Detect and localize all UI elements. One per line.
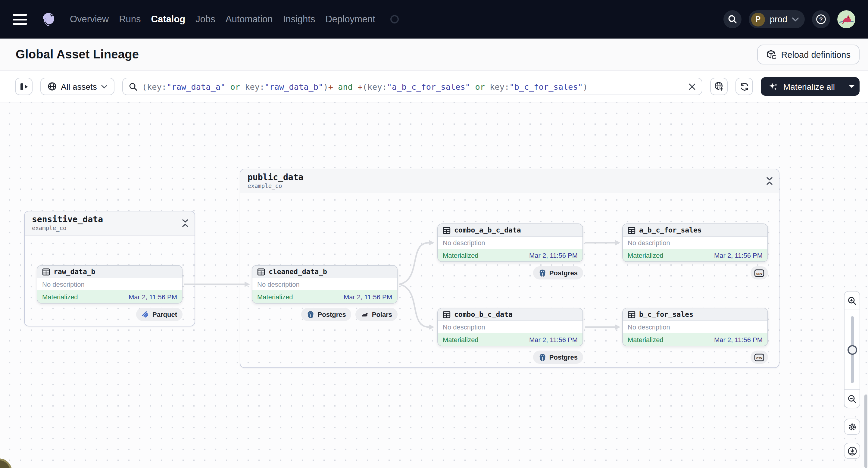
dagster-logo[interactable]	[40, 11, 57, 27]
nav-item-catalog[interactable]: Catalog	[151, 14, 186, 25]
group-header[interactable]: sensitive_data example_co	[25, 211, 194, 236]
asset-node-cleaned_data_b[interactable]: cleaned_data_b No description Materializ…	[252, 265, 398, 304]
vertical-scrollbar[interactable]	[864, 395, 867, 468]
postgres-icon	[538, 353, 546, 361]
search-icon	[129, 82, 137, 91]
asset-timestamp: Mar 2, 11:56 PM	[344, 293, 392, 300]
asset-node-a_b_c_for_sales[interactable]: a_b_c_for_sales No description Materiali…	[622, 223, 768, 262]
help-button[interactable]: ?	[812, 10, 830, 28]
nav-item-automation[interactable]: Automation	[225, 14, 273, 25]
user-avatar[interactable]	[837, 10, 855, 28]
kind-badge-csv[interactable]: csv	[750, 350, 768, 364]
kind-badge-postgres[interactable]: Postgres	[533, 266, 583, 279]
badges-a_b_c_for_sales: csv	[622, 266, 768, 279]
open-sidebar-button[interactable]	[15, 78, 33, 95]
group-name: public_data	[248, 172, 772, 182]
zoom-slider-handle[interactable]	[847, 345, 857, 355]
lineage-canvas[interactable]: sensitive_data example_co public_data ex…	[0, 102, 868, 468]
badge-label: Postgres	[549, 353, 578, 361]
postgres-icon	[307, 311, 315, 318]
asset-status-row: Materialized Mar 2, 11:56 PM	[438, 249, 583, 261]
kind-badge-csv[interactable]: csv	[750, 266, 768, 279]
parquet-icon	[142, 311, 149, 318]
badge-label: Polars	[372, 311, 392, 318]
asset-selection-query: (key:"raw_data_a" or key:"raw_data_b")+ …	[142, 82, 684, 91]
gear-icon	[847, 422, 857, 432]
navbar-right: P prod ?	[723, 10, 855, 28]
deployment-switcher[interactable]: P prod	[749, 10, 805, 28]
csv-icon: csv	[754, 353, 765, 361]
asset-status: Materialized	[443, 336, 478, 343]
loading-spinner-icon	[390, 15, 399, 24]
asset-status-row: Materialized Mar 2, 11:56 PM	[438, 333, 583, 346]
badges-b_c_for_sales: csv	[622, 350, 768, 364]
kind-badge-parquet[interactable]: Parquet	[136, 308, 183, 321]
asset-timestamp: Mar 2, 11:56 PM	[714, 251, 763, 259]
group-subtitle: example_co	[32, 225, 187, 231]
kind-badge-polars[interactable]: Polars	[356, 308, 398, 321]
asset-timestamp: Mar 2, 11:56 PM	[529, 336, 578, 343]
nav-item-insights[interactable]: Insights	[283, 14, 315, 25]
group-name: sensitive_data	[32, 214, 187, 224]
asset-timestamp: Mar 2, 11:56 PM	[129, 293, 177, 300]
save-catalog-view-button[interactable]	[711, 78, 728, 95]
badges-cleaned_data_b: Postgres Polars	[252, 308, 398, 321]
kind-badge-postgres[interactable]: Postgres	[533, 350, 583, 364]
search-icon	[727, 14, 737, 24]
asset-description: No description	[438, 237, 583, 249]
materialize-all-button[interactable]: Materialize all	[761, 77, 843, 96]
asset-node-combo_b_c_data[interactable]: combo_b_c_data No description Materializ…	[437, 308, 583, 346]
refresh-button[interactable]	[736, 78, 753, 95]
dagster-app: Overview Runs Catalog Jobs Automation In…	[0, 0, 868, 468]
asset-status: Materialized	[628, 336, 663, 343]
clear-search-button[interactable]	[689, 83, 696, 90]
materialize-options-button[interactable]	[843, 77, 860, 96]
badges-combo_b_c_data: Postgres	[437, 350, 583, 364]
zoom-in-button[interactable]	[844, 291, 860, 310]
chat-widget-corner[interactable]	[0, 458, 12, 468]
collapse-group-icon[interactable]	[182, 219, 189, 227]
zoom-out-icon	[847, 394, 857, 403]
table-icon	[628, 226, 636, 234]
table-icon	[42, 268, 50, 276]
sparkle-icon	[769, 82, 779, 91]
reload-definitions-button[interactable]: Reload definitions	[757, 44, 860, 64]
postgres-icon	[538, 269, 546, 277]
asset-name: a_b_c_for_sales	[639, 226, 702, 234]
zoom-out-button[interactable]	[844, 390, 860, 408]
polars-icon	[361, 311, 369, 318]
group-subtitle: example_co	[248, 183, 772, 189]
asset-search-input[interactable]: (key:"raw_data_a" or key:"raw_data_b")+ …	[122, 78, 703, 95]
asset-node-raw_data_b[interactable]: raw_data_b No description Materialized M…	[37, 265, 183, 304]
svg-text:?: ?	[819, 16, 823, 23]
deployment-avatar: P	[751, 12, 765, 26]
hamburger-menu-icon[interactable]	[13, 14, 27, 25]
asset-timestamp: Mar 2, 11:56 PM	[529, 251, 578, 259]
kind-badge-postgres[interactable]: Postgres	[302, 308, 351, 321]
table-icon	[443, 226, 451, 234]
badge-label: Postgres	[318, 311, 346, 318]
help-icon: ?	[815, 13, 827, 25]
asset-status: Materialized	[443, 251, 478, 259]
asset-name: cleaned_data_b	[269, 268, 327, 276]
zoom-control-panel	[844, 291, 860, 408]
asset-status-row: Materialized Mar 2, 11:56 PM	[623, 333, 767, 346]
nav-item-deployment[interactable]: Deployment	[325, 14, 375, 25]
nav-item-jobs[interactable]: Jobs	[195, 14, 215, 25]
zoom-slider[interactable]	[844, 310, 860, 390]
asset-description: No description	[438, 321, 583, 333]
asset-scope-selector[interactable]: All assets	[40, 78, 115, 95]
close-icon	[689, 83, 696, 90]
graph-settings-button[interactable]	[844, 418, 860, 435]
svg-text:csv: csv	[756, 356, 762, 360]
asset-node-combo_a_b_c_data[interactable]: combo_a_b_c_data No description Material…	[437, 223, 583, 262]
asset-node-b_c_for_sales[interactable]: b_c_for_sales No description Materialize…	[622, 308, 768, 346]
chevron-down-icon	[792, 17, 799, 21]
nav-item-runs[interactable]: Runs	[119, 14, 141, 25]
reload-definitions-icon	[766, 50, 776, 60]
nav-item-overview[interactable]: Overview	[70, 14, 109, 25]
search-button[interactable]	[723, 10, 742, 28]
download-graph-button[interactable]	[844, 443, 860, 459]
collapse-group-icon[interactable]	[766, 177, 773, 185]
group-header[interactable]: public_data example_co	[240, 169, 779, 193]
